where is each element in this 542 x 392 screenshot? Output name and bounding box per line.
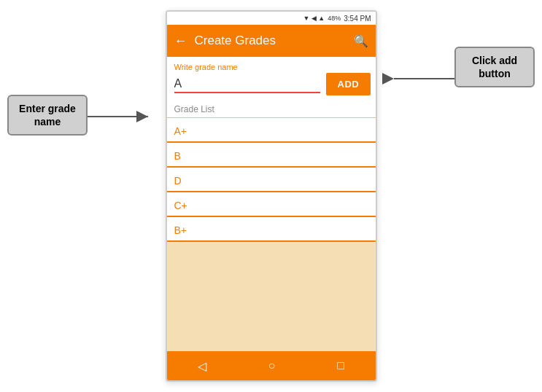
input-row: ADD xyxy=(174,73,368,95)
time: 3:54 PM xyxy=(344,15,371,23)
add-button[interactable]: ADD xyxy=(326,73,371,95)
battery: 48% xyxy=(328,15,341,22)
input-label: Write grade name xyxy=(174,63,368,71)
callout-enter-grade: Enter grade name xyxy=(7,95,88,136)
nav-back-button[interactable]: ◁ xyxy=(189,356,215,376)
status-icons: ▼ ◀ ▲ xyxy=(303,15,325,22)
nav-home-button[interactable]: ○ xyxy=(260,356,284,375)
list-item: D xyxy=(167,168,376,192)
status-bar: ▼ ◀ ▲ 48% 3:54 PM xyxy=(167,12,376,25)
grade-label: C+ xyxy=(174,200,187,211)
grade-label: A+ xyxy=(174,125,187,137)
grade-label: D xyxy=(174,175,182,187)
grade-name-input[interactable] xyxy=(174,76,320,93)
grade-label: B xyxy=(174,150,181,162)
callout-click-add: Click add button xyxy=(454,47,535,87)
app-bar: ← Create Grades 🔍 xyxy=(167,25,376,57)
list-item: B xyxy=(167,143,376,168)
nav-recent-button[interactable]: □ xyxy=(328,356,353,375)
bottom-nav: ◁ ○ □ xyxy=(167,351,376,380)
search-icon[interactable]: 🔍 xyxy=(354,34,368,48)
back-button[interactable]: ← xyxy=(174,34,187,49)
left-arrow xyxy=(86,108,152,125)
outer-wrapper: Enter grade name ▼ ◀ ▲ 48% 3:54 PM ← Cre… xyxy=(0,0,542,392)
grade-list-header: Grade List xyxy=(167,100,376,118)
empty-area xyxy=(167,242,376,351)
list-item: C+ xyxy=(167,192,376,217)
content-area: Write grade name ADD Grade List A+ B D C… xyxy=(167,57,376,351)
grade-label: B+ xyxy=(174,224,187,236)
phone-frame: ▼ ◀ ▲ 48% 3:54 PM ← Create Grades 🔍 Writ… xyxy=(166,10,377,382)
list-item: A+ xyxy=(167,118,376,143)
app-title: Create Grades xyxy=(195,34,354,48)
right-arrow xyxy=(390,70,456,87)
input-section: Write grade name ADD xyxy=(167,57,376,100)
list-item: B+ xyxy=(167,217,376,242)
